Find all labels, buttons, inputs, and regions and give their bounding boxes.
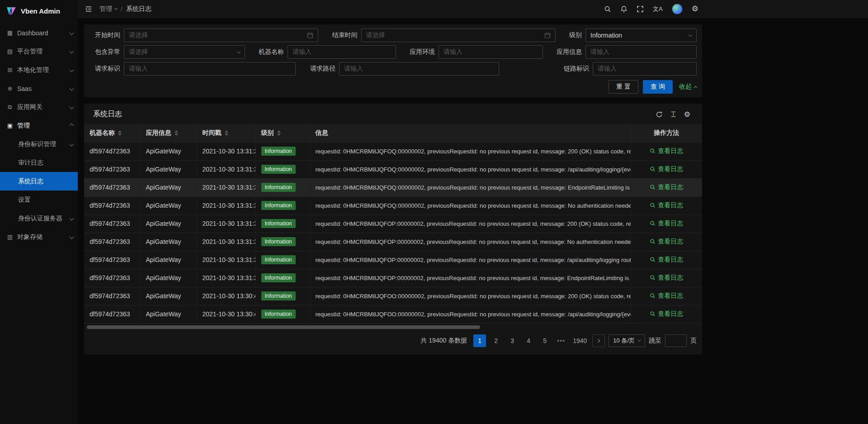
table-row: df5974d72363ApiGateWay2021-10-30 13:30:4…	[84, 305, 702, 323]
view-log-button[interactable]: 查看日志	[650, 238, 683, 246]
calendar-icon	[544, 32, 551, 38]
sort-icons	[175, 130, 178, 136]
search-button[interactable]: 查 询	[643, 80, 673, 94]
view-log-button[interactable]: 查看日志	[650, 274, 683, 282]
view-log-button[interactable]: 查看日志	[650, 201, 683, 210]
app-info-input[interactable]: 请输入	[585, 45, 697, 59]
app-environment-input[interactable]: 请输入	[439, 45, 543, 59]
reset-button[interactable]: 重 置	[609, 80, 638, 94]
trace-id-input[interactable]: 请输入	[593, 62, 697, 76]
pagination-page[interactable]: 2	[490, 334, 502, 347]
column-settings-gear-icon[interactable]: ⚙	[684, 111, 690, 118]
pagination-next-button[interactable]	[592, 334, 605, 347]
app-logo[interactable]: Vben Admin	[0, 0, 78, 22]
horizontal-scrollbar	[86, 324, 700, 330]
level-badge: Information	[261, 147, 296, 156]
column-header[interactable]: 应用信息	[140, 124, 197, 142]
chevron-up-icon	[70, 124, 74, 128]
sidebar-item-system-logs[interactable]: 系统日志	[0, 172, 78, 191]
field-label: 级别	[566, 31, 585, 39]
sidebar-item-audit-logs[interactable]: 审计日志	[0, 153, 78, 172]
message-text: requestId: 0HMCRBM8JQFOO:00000002, previ…	[316, 311, 631, 318]
breadcrumb-item-admin[interactable]: 管理	[99, 5, 117, 13]
jump-page-input[interactable]	[665, 334, 687, 347]
column-header[interactable]: 机器名称	[84, 124, 140, 142]
view-log-button[interactable]: 查看日志	[650, 147, 683, 155]
chevron-up-icon	[694, 86, 697, 89]
admin-icon: ▣	[6, 122, 14, 129]
pagination-page[interactable]: 3	[506, 334, 519, 347]
pagination-page[interactable]: 1	[473, 334, 486, 347]
filter-panel: 开始时间请选择结束时间请选择级别Information包含异常请选择机器名称请输…	[84, 24, 702, 97]
column-header[interactable]: 级别	[255, 124, 310, 142]
sidebar-item-dashboard[interactable]: ▦Dashboard	[0, 24, 78, 42]
cell-level: Information	[255, 196, 310, 214]
settings-gear-icon[interactable]: ⚙	[692, 5, 698, 13]
refresh-icon[interactable]	[656, 111, 663, 118]
search-icon[interactable]	[604, 5, 611, 13]
level-badge: Information	[261, 273, 296, 282]
level-select[interactable]: Information	[585, 29, 697, 42]
column-label: 时间戳	[203, 129, 222, 137]
pagination-page[interactable]: 5	[538, 334, 551, 347]
menu-fold-icon[interactable]	[81, 4, 96, 14]
view-log-button[interactable]: 查看日志	[650, 183, 683, 191]
pagination-page[interactable]: 4	[522, 334, 535, 347]
column-header[interactable]: 时间戳	[197, 124, 255, 142]
sidebar-item-localization[interactable]: ⊞本地化管理	[0, 61, 78, 79]
sidebar-item-identity-server[interactable]: 身份认证服务器	[0, 209, 78, 228]
log-table-panel: 系统日志 ⚙	[84, 104, 702, 354]
row-height-icon[interactable]	[670, 111, 677, 118]
panel-title: 系统日志	[93, 110, 122, 119]
user-avatar[interactable]	[672, 4, 683, 14]
cell-actions: 查看日志	[631, 251, 702, 269]
sidebar-item-admin[interactable]: ▣管理	[0, 116, 78, 135]
view-log-button[interactable]: 查看日志	[650, 219, 683, 228]
level-badge: Information	[261, 165, 296, 174]
sidebar-item-identity[interactable]: 身份标识管理	[0, 135, 78, 153]
table-header-row: 机器名称应用信息时间戳级别信息操作方法	[84, 124, 702, 142]
pagination-total: 共 19400 条数据	[420, 337, 467, 345]
sidebar-item-settings[interactable]: 设置	[0, 191, 78, 209]
cell-level: Information	[255, 287, 310, 305]
message-text: requestId: 0HMCRBM8JQFOP:00000002, previ…	[316, 257, 631, 263]
cell-app-info: ApiGateWay	[140, 251, 197, 269]
view-log-label: 查看日志	[658, 165, 683, 173]
machine-name-input[interactable]: 请输入	[288, 45, 396, 59]
scrollbar-thumb[interactable]	[87, 325, 480, 329]
view-log-label: 查看日志	[658, 219, 683, 228]
filter-field-machine-name: 机器名称请输入	[256, 45, 396, 59]
table-row: df5974d72363ApiGateWay2021-10-30 13:30:4…	[84, 287, 702, 305]
field-placeholder: 请选择	[366, 31, 542, 39]
page-size-select[interactable]: 10 条/页	[609, 334, 645, 347]
chevron-down-icon	[70, 105, 74, 110]
view-log-button[interactable]: 查看日志	[650, 165, 683, 173]
collapse-filter-button[interactable]: 收起	[679, 83, 697, 91]
cell-machine-name: df5974d72363	[84, 287, 140, 305]
view-log-button[interactable]: 查看日志	[650, 310, 683, 318]
sidebar-item-gateway[interactable]: ⧉应用网关	[0, 98, 78, 116]
pagination-ellipsis[interactable]: •••	[555, 334, 567, 347]
request-path-input[interactable]: 请输入	[339, 62, 499, 76]
view-log-button[interactable]: 查看日志	[650, 256, 683, 264]
sidebar-item-saas[interactable]: ⊕Saas	[0, 79, 78, 98]
fullscreen-icon[interactable]	[637, 5, 644, 13]
include-exception-select[interactable]: 请选择	[124, 45, 245, 59]
sidebar-item-platform[interactable]: ▤平台管理	[0, 42, 78, 61]
cell-message: requestId: 0HMCRBM8JQFOQ:00000002, previ…	[310, 142, 631, 160]
cell-machine-name: df5974d72363	[84, 233, 140, 251]
column-label: 机器名称	[90, 129, 115, 137]
request-id-input[interactable]: 请输入	[124, 62, 296, 76]
cell-machine-name: df5974d72363	[84, 196, 140, 214]
sort-desc-icon	[277, 133, 281, 136]
cell-app-info: ApiGateWay	[140, 142, 197, 160]
end-time-datepicker[interactable]: 请选择	[361, 29, 556, 42]
sidebar-item-object-storage[interactable]: ▥对象存储	[0, 228, 78, 246]
chevron-down-icon	[70, 68, 74, 72]
start-time-datepicker[interactable]: 请选择	[124, 29, 318, 42]
notification-bell-icon[interactable]	[620, 5, 627, 13]
view-log-button[interactable]: 查看日志	[650, 292, 683, 300]
locale-switch-icon[interactable]: 文A	[653, 5, 663, 13]
sort-desc-icon	[118, 133, 122, 136]
pagination-page[interactable]: 1940	[571, 334, 589, 347]
